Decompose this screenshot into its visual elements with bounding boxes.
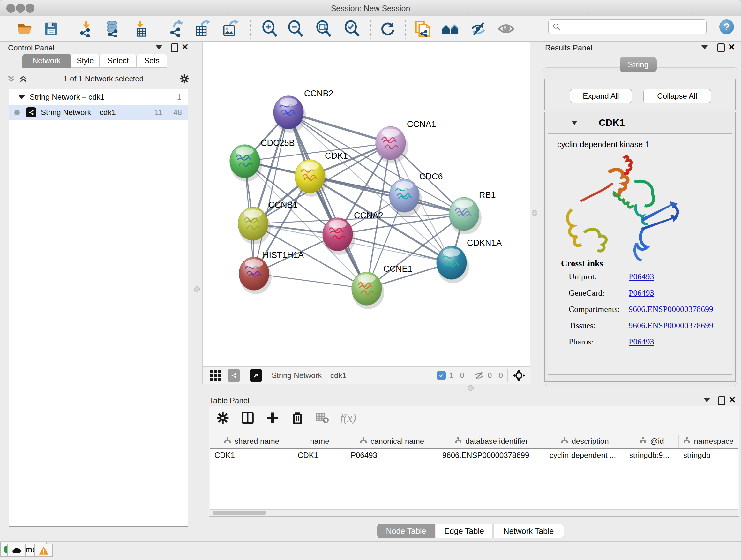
search-input[interactable] xyxy=(561,22,696,31)
import-table-icon[interactable] xyxy=(133,20,150,37)
save-session-icon[interactable] xyxy=(43,20,60,37)
results-panel-menu-icon[interactable] xyxy=(701,45,708,50)
left-splitter-handle[interactable] xyxy=(194,287,200,292)
column-header[interactable]: @id xyxy=(625,435,679,448)
control-panel-menu-icon[interactable] xyxy=(156,45,162,50)
results-entry-header[interactable]: CDK1 xyxy=(545,112,735,133)
zoom-in-icon[interactable] xyxy=(261,20,278,37)
import-network-icon[interactable] xyxy=(77,20,95,37)
right-splitter-handle[interactable] xyxy=(532,210,537,216)
help-button[interactable]: ? xyxy=(719,19,734,34)
show-columns-icon[interactable] xyxy=(241,411,255,425)
crosslink-value-link[interactable]: P06493 xyxy=(629,288,654,298)
duplicate-network-icon[interactable] xyxy=(414,20,431,37)
search-icon xyxy=(552,23,561,31)
expand-all-button[interactable]: Expand All xyxy=(570,89,632,104)
open-session-icon[interactable] xyxy=(16,20,33,37)
table-cell[interactable]: stringdb xyxy=(679,449,738,462)
tab-node-table[interactable]: Node Table xyxy=(377,523,435,538)
zoom-out-icon[interactable] xyxy=(287,20,304,37)
crosslink-value-link[interactable]: 9606.ENSP00000378699 xyxy=(629,305,713,314)
tab-select[interactable]: Select xyxy=(99,54,137,68)
open-in-window-icon[interactable] xyxy=(250,369,262,382)
control-panel-float-icon[interactable] xyxy=(171,44,179,52)
network-collection-row[interactable]: String Network – cdk1 1 xyxy=(9,89,188,105)
export-table-icon[interactable] xyxy=(194,20,211,37)
column-header[interactable]: name xyxy=(293,435,346,448)
network-graph[interactable]: CCNB2CCNA1CDC25BCDK1CDC6RB1CCNB1CCNA2CDK… xyxy=(203,42,530,366)
collection-expand-icon[interactable] xyxy=(18,95,25,99)
collapse-all-button[interactable]: Collapse All xyxy=(643,89,711,104)
network-node-CCNE1[interactable]: CCNE1 xyxy=(352,264,413,309)
hide-selected-icon[interactable] xyxy=(470,20,487,37)
search-bar[interactable] xyxy=(548,19,706,34)
tab-edge-table[interactable]: Edge Table xyxy=(435,523,493,538)
function-builder-icon[interactable]: f(x) xyxy=(340,411,356,425)
results-panel-close-icon[interactable]: ✕ xyxy=(728,44,735,51)
network-canvas[interactable]: CCNB2CCNA1CDC25BCDK1CDC6RB1CCNB1CCNA2CDK… xyxy=(202,42,530,367)
crosslink-value-link[interactable]: P06493 xyxy=(629,337,654,347)
houses-icon[interactable] xyxy=(442,20,459,37)
add-column-icon[interactable] xyxy=(266,411,280,425)
birdseye-icon[interactable] xyxy=(512,369,526,382)
tab-network-table[interactable]: Network Table xyxy=(493,523,564,538)
tab-style[interactable]: Style xyxy=(71,54,99,68)
results-panel-float-icon[interactable] xyxy=(718,44,725,52)
control-panel-close-icon[interactable]: ✕ xyxy=(181,44,189,51)
export-image-icon[interactable] xyxy=(221,20,239,37)
network-node-CDC6[interactable]: CDC6 xyxy=(389,172,443,216)
export-network-icon[interactable] xyxy=(167,20,185,37)
network-node-CCNA1[interactable]: CCNA1 xyxy=(376,119,436,164)
table-cell[interactable]: P06493 xyxy=(346,449,438,462)
network-node-RB1[interactable]: RB1 xyxy=(449,190,496,234)
column-header[interactable]: description xyxy=(545,435,625,448)
table-cell[interactable]: cyclin-dependent ... xyxy=(545,449,625,462)
bottom-splitter-handle[interactable] xyxy=(468,385,474,391)
column-header[interactable]: namespace xyxy=(679,435,738,448)
network-row[interactable]: String Network – cdk1 11 48 xyxy=(9,105,188,120)
table-panel-menu-icon[interactable] xyxy=(704,398,710,402)
collapse-all-icon[interactable] xyxy=(6,74,16,84)
table-horizontal-scrollbar[interactable] xyxy=(210,509,738,516)
show-all-icon[interactable] xyxy=(497,20,515,37)
delete-table-icon[interactable] xyxy=(315,411,329,425)
scrollbar-thumb[interactable] xyxy=(212,510,266,515)
column-header[interactable]: canonical name xyxy=(346,435,438,448)
table-cell[interactable]: CDK1 xyxy=(210,449,293,462)
tab-network[interactable]: Network xyxy=(22,54,71,68)
import-database-icon[interactable] xyxy=(104,20,121,37)
network-view-title: String Network – cdk1 xyxy=(272,371,347,380)
gear-icon[interactable] xyxy=(179,73,190,84)
hidden-eye-icon[interactable] xyxy=(474,370,484,381)
table-cell[interactable]: CDK1 xyxy=(293,449,346,462)
network-share-view-icon[interactable] xyxy=(227,369,240,382)
warning-button[interactable] xyxy=(35,544,53,557)
crosslink-label: Compartments: xyxy=(569,305,620,314)
network-node-HIST1H1A[interactable]: HIST1H1A xyxy=(239,250,304,294)
refresh-icon[interactable] xyxy=(379,20,396,37)
grid-view-icon[interactable] xyxy=(209,369,222,382)
table-gear-icon[interactable] xyxy=(216,411,230,425)
node-table[interactable]: shared namenamecanonical namedatabase id… xyxy=(210,435,738,509)
table-cell[interactable]: 9606.ENSP00000378699 xyxy=(438,449,545,462)
toolbar-separator xyxy=(267,369,267,381)
table-panel-close-icon[interactable]: ✕ xyxy=(729,397,736,403)
selected-checkbox-icon[interactable] xyxy=(437,371,446,380)
column-header-label: canonical name xyxy=(370,437,424,446)
table-panel-float-icon[interactable] xyxy=(718,396,725,405)
entry-collapse-icon[interactable] xyxy=(571,121,578,125)
table-cell[interactable]: stringdb:9... xyxy=(625,449,679,462)
zoom-fit-icon[interactable] xyxy=(315,20,332,37)
crosslink-value-link[interactable]: 9606.ENSP00000378699 xyxy=(629,321,713,330)
tab-string[interactable]: String xyxy=(620,57,657,72)
crosslink-value-link[interactable]: P06493 xyxy=(629,272,654,282)
tab-sets[interactable]: Sets xyxy=(137,54,167,68)
expand-all-icon[interactable] xyxy=(18,74,28,84)
network-node-CDKN1A[interactable]: CDKN1A xyxy=(436,238,502,283)
column-header[interactable]: shared name xyxy=(210,435,293,448)
table-row[interactable]: CDK1CDK1P064939606.ENSP00000378699cyclin… xyxy=(210,449,738,462)
zoom-selected-icon[interactable] xyxy=(343,20,360,37)
column-header[interactable]: database identifier xyxy=(438,435,545,448)
cloud-button[interactable] xyxy=(7,544,26,557)
delete-column-icon[interactable] xyxy=(290,411,305,425)
